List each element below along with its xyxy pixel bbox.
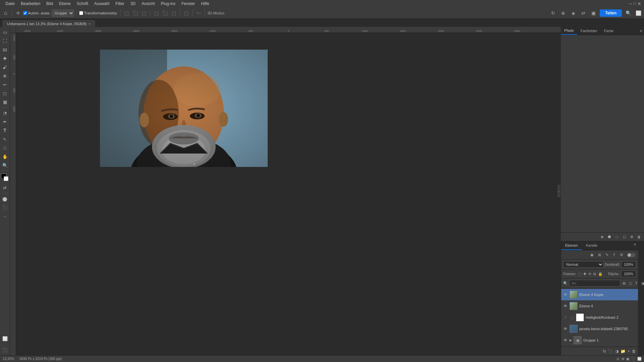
status-icon-5[interactable]: ⬜ [637, 357, 641, 361]
align-right-icon[interactable]: ⬚ [140, 9, 148, 17]
status-icon-2[interactable]: ⊞ [622, 357, 624, 361]
path-selection-tool[interactable]: ↖ [1, 135, 9, 143]
status-icon-3[interactable]: ▣ [626, 357, 629, 361]
search-icon[interactable]: 🔍 [625, 9, 632, 17]
layer-item-ebene4kopie[interactable]: 👁 Ebene 4 Kopie [561, 289, 638, 300]
menu-item-schrift[interactable]: Schrift [74, 1, 91, 7]
layer-delete-btn[interactable]: 🗑 [632, 349, 636, 354]
filter-icon[interactable]: ⊕ [559, 9, 567, 17]
extra-tools-btn[interactable]: ··· [1, 212, 9, 220]
align-center-v-icon[interactable]: ⬛ [161, 9, 169, 17]
camera-raw-icon[interactable]: ▣ [590, 9, 597, 17]
maximize-icon[interactable]: □ [634, 1, 636, 6]
status-icon-4[interactable]: ⬛ [631, 357, 635, 361]
tab-farbfelder[interactable]: Farbfelder [577, 27, 601, 35]
lock-image-icon[interactable]: ✚ [583, 272, 586, 276]
pfade-btn-2[interactable]: ⬟ [606, 234, 612, 240]
menu-item-hilfe[interactable]: Hilfe [199, 1, 212, 7]
liquify-icon[interactable]: ⇄ [580, 9, 587, 17]
menu-item-datei[interactable]: Datei [3, 1, 17, 7]
lock-transparent-icon[interactable]: ⬚ [578, 272, 581, 276]
swap-colors-icon[interactable]: ⇄ [1, 184, 9, 192]
tab-farbe[interactable]: Farbe [601, 27, 617, 35]
shape-tool[interactable]: □ [1, 144, 9, 152]
lock-all-icon[interactable]: 🔒 [598, 272, 603, 276]
history-brush-tool[interactable]: ↩ [1, 80, 9, 88]
autom-checkbox[interactable] [23, 11, 27, 15]
home-icon[interactable]: ⌂ [2, 9, 9, 17]
fill-input[interactable] [621, 270, 636, 277]
layer-vis-icon-4[interactable]: 👁 [563, 326, 568, 331]
more-options-icon[interactable]: ··· [195, 9, 202, 17]
menu-item-ansicht[interactable]: Ansicht [139, 1, 157, 7]
layer-add-btn[interactable]: + [628, 349, 630, 354]
tab-kanale[interactable]: Kanäle [582, 241, 601, 250]
layer-vis-icon-3[interactable]: 👁 [563, 315, 568, 320]
eyedropper-tool[interactable]: 🖂 [1, 46, 9, 54]
menu-item-filter[interactable]: Filter [113, 1, 127, 7]
screen-mode-btn[interactable]: ⬛ [1, 203, 9, 212]
layer-group-btn[interactable]: 📁 [621, 349, 626, 354]
filter-kind-icon[interactable]: ◉ [589, 252, 595, 258]
transform-checkbox[interactable] [79, 11, 83, 15]
lock-artboard-icon[interactable]: ⧉ [593, 272, 596, 276]
layer-item-gruppe1[interactable]: 👁 ▶ ▣ Gruppe 1 [561, 335, 638, 346]
menu-item-3d[interactable]: 3D [128, 1, 138, 7]
menu-item-auswahl[interactable]: Auswahl [92, 1, 112, 7]
eraser-tool[interactable]: ◻ [1, 89, 9, 97]
canvas-resize-tool[interactable]: ⬛ [1, 346, 9, 354]
share-button[interactable]: Teilen [600, 9, 622, 17]
zoom-tool[interactable]: 🔍 [1, 161, 9, 169]
gruppe-select[interactable]: Gruppe [52, 9, 74, 17]
pfade-btn-1[interactable]: ◈ [599, 234, 605, 240]
layer-adj-btn[interactable]: ◑ [615, 349, 619, 354]
move-tool-icon[interactable]: ✛ [14, 9, 22, 17]
layer-vis-icon[interactable]: 👁 [563, 292, 568, 297]
gradient-tool[interactable]: ▦ [1, 98, 9, 106]
layers-filter-adj-icon[interactable]: ◑ [640, 281, 644, 286]
layers-filter-pixel-icon[interactable]: ◻ [628, 281, 633, 286]
tab-ebenen[interactable]: Ebenen [561, 241, 582, 250]
artboard-tool[interactable]: ⬜ [1, 335, 9, 343]
panel-collapse-handle[interactable]: ‹ [557, 184, 561, 198]
layers-panel-options[interactable]: ≡ [632, 241, 638, 247]
smart-icon[interactable]: ◈ [570, 9, 577, 17]
distribute-icon[interactable]: ⬚ [182, 9, 190, 17]
menu-item-bearbeiten[interactable]: Bearbeiten [18, 1, 43, 7]
layer-fx-btn[interactable]: fx [603, 349, 606, 354]
tab-close-icon[interactable]: × [89, 22, 91, 26]
layers-filter-type-icon[interactable]: ⊞ [622, 281, 627, 286]
foreground-color-swatch[interactable] [1, 174, 9, 182]
lock-position-icon[interactable]: ✛ [588, 272, 591, 276]
filter-icon-2[interactable]: ✎ [604, 252, 610, 258]
minimize-icon[interactable]: ─ [629, 1, 632, 6]
align-bottom-icon[interactable]: ⬚ [170, 9, 177, 17]
filter-icon-4[interactable]: ⚙ [619, 252, 625, 258]
layers-search-input[interactable] [569, 280, 620, 287]
panel-options-icon[interactable]: ≡ [638, 28, 644, 34]
type-tool[interactable]: T [1, 126, 9, 134]
pen-tool[interactable]: ✒ [1, 118, 9, 126]
canvas-container[interactable]: + [16, 33, 561, 355]
layer-mask-btn[interactable]: ⬛ [608, 349, 613, 354]
close-icon[interactable]: ✕ [637, 1, 641, 6]
layer-item-helligkeit[interactable]: 👁 ⬚ Helligkeit/Kontrast 2 [561, 312, 638, 323]
brush-tool[interactable]: 🖌 [1, 63, 9, 71]
filter-toggle[interactable] [627, 253, 635, 257]
arrange-icon[interactable]: ↻ [549, 9, 557, 17]
layer-vis-icon-2[interactable]: 👁 [563, 304, 568, 308]
pfade-btn-3[interactable]: □ [614, 234, 620, 240]
filter-icon-1[interactable]: ⊞ [596, 252, 602, 258]
menu-item-fenster[interactable]: Fenster [179, 1, 198, 7]
pfade-btn-4[interactable]: ◻ [621, 234, 627, 240]
menu-item-bild[interactable]: Bild [44, 1, 56, 7]
document-tab[interactable]: Unbenannt-1 bei 13,3% (Ebene 4 Kopie, RG… [3, 20, 95, 27]
crop-tool[interactable]: ⛶ [1, 37, 9, 45]
layers-filter-text-icon[interactable]: T [634, 281, 639, 286]
hand-tool[interactable]: ✋ [1, 153, 9, 161]
layer-group-arrow[interactable]: ▶ [570, 339, 572, 342]
menu-item-ebene[interactable]: Ebene [56, 1, 73, 7]
dodge-tool[interactable]: ◔ [1, 109, 9, 117]
quick-mask-btn[interactable]: ⬤ [1, 195, 9, 203]
layer-vis-icon-5[interactable]: 👁 [563, 338, 568, 343]
